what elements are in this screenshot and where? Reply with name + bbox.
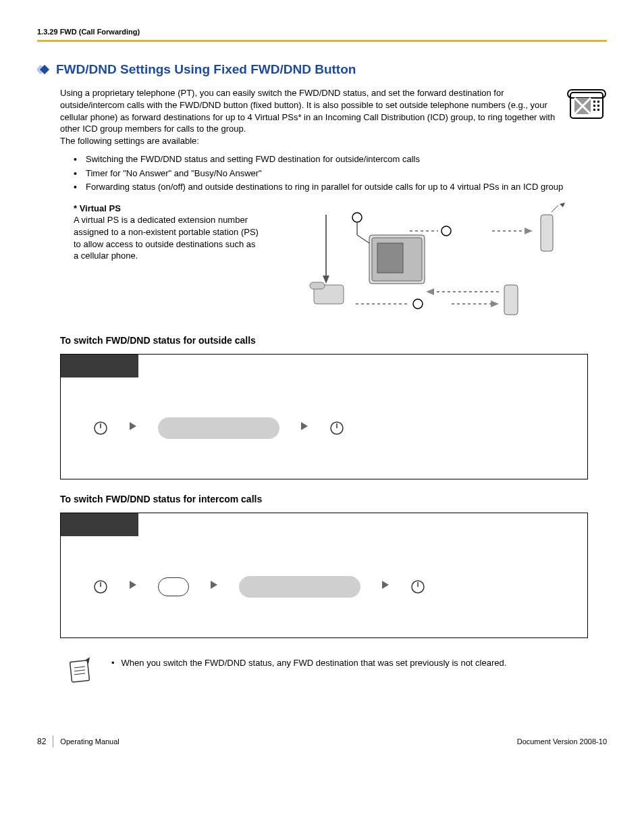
page-footer: 82 Operating Manual Document Version 200… <box>37 735 607 748</box>
svg-marker-33 <box>426 288 434 295</box>
svg-marker-39 <box>301 422 308 430</box>
section-title-text: FWD/DND Settings Using Fixed FWD/DND But… <box>56 61 356 78</box>
arrow-icon <box>128 421 138 435</box>
procedure-tab <box>61 355 138 377</box>
svg-marker-15 <box>323 276 329 284</box>
svg-line-35 <box>357 235 369 243</box>
arrow-icon <box>128 579 138 594</box>
virtual-ps-diagram <box>276 203 607 321</box>
note-text: When you switch the FWD/DND status, any … <box>122 657 507 669</box>
svg-line-52 <box>74 673 85 675</box>
svg-rect-22 <box>377 243 403 273</box>
step-small-pill <box>158 577 189 596</box>
svg-rect-10 <box>597 105 599 107</box>
section-title: FWD/DND Settings Using Fixed FWD/DND But… <box>37 61 607 78</box>
svg-marker-38 <box>130 422 136 430</box>
svg-point-25 <box>413 299 423 309</box>
page-header-breadcrumb: 1.3.29 FWD (Call Forwarding) <box>37 27 607 37</box>
procedure-1-box <box>60 354 588 479</box>
procedure-tab <box>61 513 138 536</box>
procedure-2-heading: To switch FWD/DND status for intercom ca… <box>60 493 607 506</box>
intro-line2: The following settings are available: <box>60 136 199 146</box>
virtual-ps-body: A virtual PS is a dedicated extension nu… <box>74 215 259 261</box>
svg-point-13 <box>352 213 362 222</box>
step-pill <box>158 417 279 439</box>
document-version: Document Version 2008-10 <box>517 737 607 747</box>
step-onhook-icon <box>410 579 425 594</box>
svg-line-51 <box>74 670 85 671</box>
step-pill <box>239 576 360 598</box>
procedure-2-box <box>60 513 588 638</box>
svg-rect-12 <box>597 109 599 111</box>
manual-name: Operating Manual <box>60 737 119 747</box>
svg-rect-9 <box>593 105 595 107</box>
svg-point-16 <box>441 226 451 236</box>
step-offhook-icon <box>93 421 108 436</box>
svg-rect-30 <box>541 215 553 251</box>
svg-marker-19 <box>525 228 533 234</box>
svg-rect-7 <box>593 101 595 103</box>
svg-marker-45 <box>211 581 217 589</box>
diamond-bullet-icon <box>37 65 51 74</box>
arrow-icon <box>381 579 390 594</box>
arrow-icon <box>300 421 309 435</box>
arrow-icon <box>209 579 219 594</box>
note-icon <box>65 657 94 689</box>
feature-bullet-list: Switching the FWD/DND status and setting… <box>74 153 607 193</box>
svg-marker-46 <box>382 581 389 589</box>
svg-rect-8 <box>597 101 599 103</box>
header-rule <box>37 40 607 42</box>
list-item: Forwarding status (on/off) and outside d… <box>74 181 607 193</box>
svg-rect-11 <box>593 109 595 111</box>
bullet: • <box>111 657 115 669</box>
virtual-ps-label: * Virtual PS <box>74 203 121 213</box>
svg-rect-24 <box>310 282 325 289</box>
svg-line-50 <box>74 667 85 668</box>
procedure-1-heading: To switch FWD/DND status for outside cal… <box>60 334 607 347</box>
intro-paragraph: Using a proprietary telephone (PT), you … <box>60 88 555 134</box>
svg-marker-44 <box>130 581 136 589</box>
svg-rect-3 <box>568 90 606 98</box>
svg-rect-49 <box>70 660 90 682</box>
phone-cancel-icon <box>566 87 607 147</box>
page-number: 82 <box>37 736 46 747</box>
svg-marker-28 <box>491 301 499 307</box>
step-onhook-icon <box>329 421 344 436</box>
list-item: Timer for "No Answer" and "Busy/No Answe… <box>74 167 607 180</box>
svg-rect-29 <box>504 285 518 315</box>
step-offhook-icon <box>93 579 108 594</box>
list-item: Switching the FWD/DND status and setting… <box>74 153 607 165</box>
svg-line-31 <box>552 205 558 212</box>
